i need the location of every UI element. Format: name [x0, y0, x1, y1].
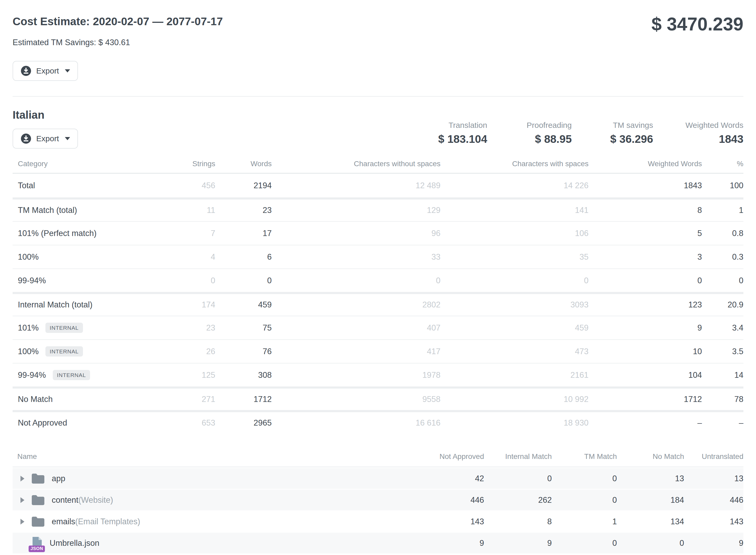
- file-row[interactable]: JSON Umbrella.json 9 9 0 0 9: [13, 532, 743, 553]
- cost-estimate-page: Cost Estimate: 2020-02-07 — 2077-07-17 $…: [0, 0, 756, 555]
- not-approved-value: 143: [403, 517, 484, 526]
- characters-with-spaces-value: 35: [441, 252, 588, 262]
- expand-caret-icon[interactable]: [20, 497, 25, 503]
- file-row[interactable]: emails (Email Templates) 143 8 1 134 143: [13, 510, 743, 532]
- characters-with-spaces-value: 14 226: [441, 181, 588, 190]
- category-table-header: Category Strings Words Characters withou…: [13, 156, 743, 174]
- percent-value: 3.5: [702, 347, 743, 356]
- category-label: 101%: [18, 323, 39, 333]
- no-match-value: 184: [617, 496, 684, 505]
- words-value: 75: [215, 323, 272, 333]
- category-label: Not Approved: [18, 418, 67, 428]
- not-approved-value: 9: [403, 539, 484, 548]
- percent-value: 3.4: [702, 323, 743, 333]
- export-button-top[interactable]: Export: [13, 61, 78, 81]
- percent-value: 1: [702, 206, 743, 215]
- strings-value: 653: [152, 418, 215, 428]
- tm-match-value: 0: [552, 474, 617, 483]
- export-button-language[interactable]: Export: [13, 129, 78, 148]
- col-untranslated: Untranslated: [684, 452, 743, 461]
- words-value: 2194: [215, 181, 272, 190]
- words-value: 23: [215, 206, 272, 215]
- internal-match-value: 262: [484, 496, 552, 505]
- characters-without-spaces-value: 96: [272, 229, 441, 238]
- percent-value: 14: [702, 371, 743, 380]
- file-name-suffix: (Website): [79, 496, 113, 505]
- not-approved-value: 446: [403, 496, 484, 505]
- words-value: 6: [215, 252, 272, 262]
- category-label: 100%: [18, 347, 39, 356]
- internal-badge: INTERNAL: [45, 346, 83, 356]
- characters-without-spaces-value: 0: [272, 276, 441, 285]
- chevron-down-icon: [65, 69, 70, 73]
- internal-badge: INTERNAL: [53, 370, 90, 380]
- untranslated-value: 446: [684, 496, 743, 505]
- col-not-approved: Not Approved: [403, 452, 484, 461]
- strings-value: 4: [152, 252, 215, 262]
- chevron-down-icon: [65, 137, 70, 140]
- untranslated-value: 9: [684, 539, 743, 548]
- characters-without-spaces-value: 9558: [272, 395, 441, 404]
- weighted-words-value: 3: [588, 252, 702, 262]
- json-badge: JSON: [29, 546, 45, 552]
- category-table-body: Total 456 2194 12 489 14 226 1843 100 TM…: [13, 174, 743, 434]
- files-table: Name Not Approved Internal Match TM Matc…: [13, 449, 743, 553]
- category-label: Total: [18, 181, 35, 190]
- words-value: 76: [215, 347, 272, 356]
- col-internal-match: Internal Match: [484, 452, 552, 461]
- category-table-row: 100% 4 6 33 35 3 0.3: [13, 245, 743, 268]
- no-match-value: 134: [617, 517, 684, 526]
- section-divider: [13, 96, 743, 97]
- strings-value: 174: [152, 300, 215, 309]
- category-table-row: 101% (Perfect match) 7 17 96 106 5 0.8: [13, 221, 743, 245]
- characters-with-spaces-value: 141: [441, 206, 588, 215]
- strings-value: 0: [152, 276, 215, 285]
- characters-without-spaces-value: 2802: [272, 300, 441, 309]
- percent-value: –: [702, 418, 743, 428]
- category-table-row: TM Match (total) 11 23 129 141 8 1: [13, 198, 743, 221]
- characters-without-spaces-value: 12 489: [272, 181, 441, 190]
- internal-match-value: 8: [484, 517, 552, 526]
- characters-without-spaces-value: 1978: [272, 371, 441, 380]
- stat-label: Proofreading: [487, 121, 572, 130]
- characters-without-spaces-value: 33: [272, 252, 441, 262]
- expand-caret-icon[interactable]: [20, 519, 25, 524]
- file-name: content: [52, 496, 79, 505]
- category-label: No Match: [18, 395, 53, 404]
- category-table: Category Strings Words Characters withou…: [13, 156, 743, 434]
- not-approved-value: 42: [403, 474, 484, 483]
- file-name-suffix: (Email Templates): [75, 517, 140, 526]
- percent-value: 20.9: [702, 300, 743, 309]
- stat-proofreading: Proofreading $ 88.95: [487, 121, 572, 145]
- weighted-words-value: 10: [588, 347, 702, 356]
- internal-match-value: 0: [484, 474, 552, 483]
- weighted-words-value: 1843: [588, 181, 702, 190]
- page-title: Cost Estimate: 2020-02-07 — 2077-07-17: [13, 0, 743, 28]
- weighted-words-value: 0: [588, 276, 702, 285]
- weighted-words-value: 1712: [588, 395, 702, 404]
- stat-label: Weighted Words: [653, 121, 743, 130]
- percent-value: 100: [702, 181, 743, 190]
- file-row[interactable]: content (Website) 446 262 0 184 446: [13, 489, 743, 510]
- category-label: 100%: [18, 252, 39, 262]
- words-value: 2965: [215, 418, 272, 428]
- json-file-icon: JSON: [31, 537, 43, 550]
- folder-icon: [31, 495, 45, 506]
- file-row[interactable]: app 42 0 0 13 13: [13, 467, 743, 489]
- category-table-row: 99-94% INTERNAL 125 308 1978 2161 104 14: [13, 363, 743, 386]
- col-characters-without-spaces: Characters without spaces: [272, 160, 441, 168]
- characters-with-spaces-value: 0: [441, 276, 588, 285]
- words-value: 0: [215, 276, 272, 285]
- expand-caret-icon[interactable]: [20, 476, 25, 481]
- col-category: Category: [13, 160, 152, 168]
- export-button-label: Export: [36, 67, 59, 75]
- stat-label: Translation: [403, 121, 487, 130]
- language-title: Italian: [13, 109, 78, 121]
- percent-value: 0.8: [702, 229, 743, 238]
- stat-value: $ 36.296: [572, 133, 653, 145]
- weighted-words-value: 5: [588, 229, 702, 238]
- download-icon: [20, 133, 32, 144]
- category-table-row: Internal Match (total) 174 459 2802 3093…: [13, 292, 743, 315]
- col-name: Name: [13, 452, 403, 461]
- language-head-left: Italian Export: [13, 109, 78, 148]
